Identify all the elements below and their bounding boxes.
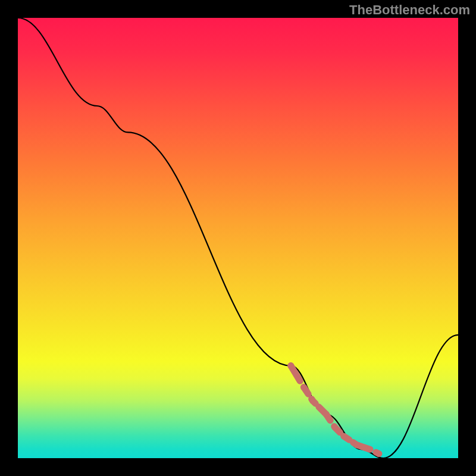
- marker-dot: [375, 450, 382, 457]
- marker-dot: [309, 397, 316, 404]
- marker-dot: [323, 411, 330, 418]
- watermark-label: TheBottleneck.com: [349, 2, 470, 18]
- chart-svg: [18, 18, 458, 458]
- marker-dot: [301, 384, 308, 391]
- curve-line: [18, 18, 458, 458]
- marker-dot: [287, 362, 294, 369]
- marker-dot: [340, 433, 347, 440]
- marker-dot: [353, 441, 360, 448]
- chart-container: TheBottleneck.com: [0, 0, 476, 476]
- marker-dot: [367, 446, 374, 453]
- marker-dot: [331, 424, 338, 431]
